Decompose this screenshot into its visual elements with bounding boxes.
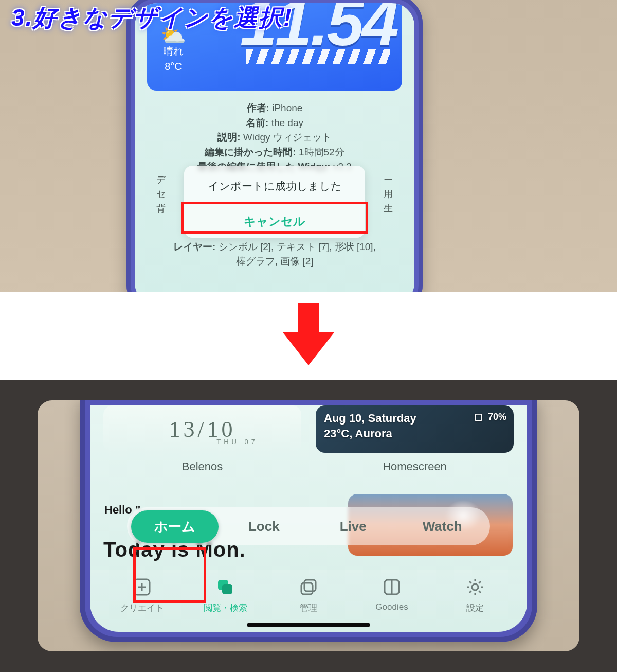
split-square-icon — [381, 576, 403, 598]
tab-bar: クリエイト 閲覧・検索 — [90, 570, 527, 632]
phone-frame-bottom: 13/10 THU 07 Belenos ▢ 70% Aug 10, Satur… — [80, 400, 537, 642]
widget-thumb-row: 13/10 THU 07 Belenos ▢ 70% Aug 10, Satur… — [103, 405, 514, 483]
tab-create-label: クリエイト — [120, 602, 164, 614]
obscured-text-right: ー 用 生 — [384, 173, 393, 216]
weather-label: 晴れ — [160, 43, 186, 59]
alert-message: インポートに成功しました — [184, 166, 365, 205]
photo-frame-bottom: 13/10 THU 07 Belenos ▢ 70% Aug 10, Satur… — [38, 400, 579, 651]
top-panel: 3.好きなデザインを選択! ⛅ 晴れ 8°C 11.54 作者: iPhone … — [0, 0, 617, 292]
home-indicator — [247, 623, 370, 627]
down-arrow-icon — [283, 303, 334, 369]
svg-rect-4 — [222, 584, 232, 594]
layers-info: レイヤー: シンボル [2], テキスト [7], 形状 [10], 棒グラフ,… — [155, 240, 394, 268]
battery-indicator: ▢ 70% — [474, 411, 506, 423]
widget-decor-stripes — [246, 49, 390, 64]
svg-rect-6 — [301, 583, 313, 594]
phone-screen-top: ⛅ 晴れ 8°C 11.54 作者: iPhone 名前: the day 説明… — [135, 3, 414, 292]
svg-rect-5 — [304, 580, 316, 591]
phone-frame-top: ⛅ 晴れ 8°C 11.54 作者: iPhone 名前: the day 説明… — [126, 0, 423, 292]
battery-icon: ▢ — [474, 412, 483, 422]
segment-home[interactable]: ホーム — [131, 510, 219, 543]
thumb-homescreen[interactable]: ▢ 70% Aug 10, Saturday 23°C, Aurora Home… — [316, 405, 514, 483]
segment-live[interactable]: Live — [310, 511, 397, 542]
middle-divider — [0, 292, 617, 380]
import-success-alert: インポートに成功しました キャンセル — [184, 166, 365, 238]
segmented-control: ホーム Lock Live Watch — [127, 507, 490, 545]
tab-create[interactable]: クリエイト — [108, 576, 175, 614]
cards-icon — [214, 576, 236, 598]
thumb-card-belenos: 13/10 THU 07 — [103, 405, 301, 453]
tab-goodies-label: Goodies — [375, 602, 408, 612]
tab-settings[interactable]: 設定 — [442, 576, 509, 614]
tab-manage[interactable]: 管理 — [275, 576, 342, 614]
alert-cancel-button[interactable]: キャンセル — [184, 205, 365, 238]
svg-point-9 — [472, 584, 478, 590]
tab-settings-label: 設定 — [466, 602, 484, 614]
bottom-panel: 13/10 THU 07 Belenos ▢ 70% Aug 10, Satur… — [0, 380, 617, 672]
hs-line2: 23°C, Aurora — [324, 426, 505, 441]
segment-watch[interactable]: Watch — [399, 511, 486, 542]
thumb-label-homescreen: Homescreen — [383, 460, 447, 473]
tab-browse-label: 閲覧・検索 — [204, 602, 247, 614]
phone-screen-bottom: 13/10 THU 07 Belenos ▢ 70% Aug 10, Satur… — [90, 405, 527, 632]
tab-goodies[interactable]: Goodies — [358, 576, 425, 612]
gear-icon — [464, 576, 486, 598]
instruction-step-title: 3.好きなデザインを選択! — [11, 2, 293, 34]
obscured-text-left: デ セ 背 — [156, 173, 166, 216]
thumb-belenos[interactable]: 13/10 THU 07 Belenos — [103, 405, 301, 483]
thumb-card-homescreen: ▢ 70% Aug 10, Saturday 23°C, Aurora — [316, 405, 514, 453]
thumb-label-belenos: Belenos — [182, 460, 223, 473]
belenos-sub: THU 07 — [216, 438, 258, 446]
widget-info-block: 作者: iPhone 名前: the day 説明: Widgy ウィジェット … — [155, 101, 394, 174]
weather-temperature: 8°C — [160, 59, 186, 74]
stack-icon — [298, 576, 319, 598]
plus-square-icon — [131, 576, 153, 598]
tab-manage-label: 管理 — [300, 602, 317, 614]
tab-browse[interactable]: 閲覧・検索 — [192, 576, 259, 614]
segment-lock[interactable]: Lock — [221, 511, 308, 542]
